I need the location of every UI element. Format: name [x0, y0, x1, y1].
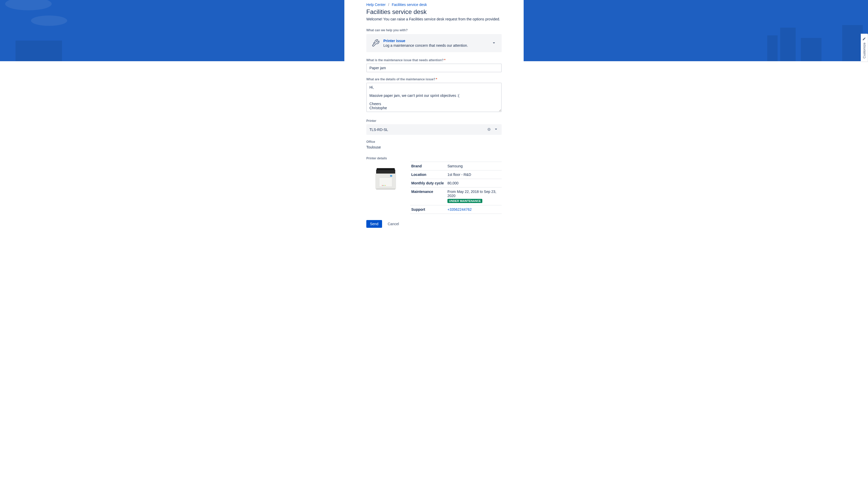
printer-image	[369, 162, 403, 195]
svg-point-7	[384, 185, 384, 186]
cancel-button[interactable]: Cancel	[384, 220, 403, 228]
printer-details-label: Printer details	[366, 157, 502, 160]
required-indicator: *	[444, 58, 446, 62]
details-label: What are the details of the maintenance …	[366, 78, 502, 81]
table-row: Monthly duty cycle 80,000	[410, 179, 502, 188]
table-row: Support +33562244762	[410, 205, 502, 214]
breadcrumb-separator: /	[388, 3, 389, 7]
help-section-label: What can we help you with?	[366, 29, 502, 32]
request-type-selector[interactable]: Printer issue Log a maintenance concern …	[366, 34, 502, 52]
required-indicator: *	[436, 78, 437, 81]
detail-value: 1st floor - R&D	[447, 170, 502, 179]
svg-point-8	[385, 185, 386, 186]
request-type-text: Printer issue Log a maintenance concern …	[383, 39, 488, 47]
request-type-title: Printer issue	[383, 39, 488, 43]
welcome-text: Welcome! You can raise a Facilities serv…	[366, 17, 502, 21]
main-content: Help Center / Facilities service desk Fa…	[345, 0, 523, 236]
support-phone-link[interactable]: +33562244762	[448, 207, 472, 212]
maintenance-icon	[371, 39, 380, 47]
breadcrumb-service-desk[interactable]: Facilities service desk	[392, 3, 427, 7]
printer-details-table: Brand Samsung Location 1st floor - R&D M…	[410, 162, 502, 214]
maintenance-status-badge: UNDER MAINTENANCE	[448, 199, 482, 203]
detail-value: 80,000	[447, 179, 502, 188]
detail-value: +33562244762	[447, 205, 502, 214]
details-textarea[interactable]	[366, 83, 502, 112]
table-row: Brand Samsung	[410, 162, 502, 170]
request-type-description: Log a maintenance concern that needs our…	[383, 43, 488, 47]
printer-select[interactable]: TLS-RD-SL	[366, 124, 502, 135]
printer-select-value: TLS-RD-SL	[369, 128, 487, 132]
printer-field-label: Printer	[366, 119, 502, 123]
issue-summary-label: What is the maintenance issue that needs…	[366, 58, 502, 62]
detail-label: Location	[410, 170, 447, 179]
detail-value: From May 22, 2018 to Sep 23, 2020 UNDER …	[447, 188, 502, 205]
breadcrumb-help-center[interactable]: Help Center	[366, 3, 386, 7]
breadcrumb: Help Center / Facilities service desk	[366, 0, 502, 7]
table-row: Maintenance From May 22, 2018 to Sep 23,…	[410, 188, 502, 205]
issue-summary-input[interactable]	[366, 64, 502, 72]
office-value: Toulouse	[366, 145, 502, 149]
chevron-down-icon[interactable]	[493, 127, 499, 133]
page-title: Facilities service desk	[366, 8, 502, 15]
send-button[interactable]: Send	[366, 220, 382, 228]
detail-label: Support	[410, 205, 447, 214]
form-actions: Send Cancel	[366, 220, 502, 228]
chevron-down-icon[interactable]	[491, 40, 497, 46]
svg-rect-5	[390, 175, 392, 177]
pencil-icon	[862, 37, 866, 41]
detail-label: Brand	[410, 162, 447, 170]
detail-label: Maintenance	[410, 188, 447, 205]
svg-point-6	[382, 185, 383, 186]
detail-label: Monthly duty cycle	[410, 179, 447, 188]
svg-rect-9	[376, 189, 395, 190]
office-field-label: Office	[366, 140, 502, 144]
svg-rect-2	[377, 168, 395, 170]
detail-value: Samsung	[447, 162, 502, 170]
customize-tab[interactable]: Customize	[861, 34, 868, 62]
clear-icon[interactable]	[487, 128, 491, 132]
table-row: Location 1st floor - R&D	[410, 170, 502, 179]
